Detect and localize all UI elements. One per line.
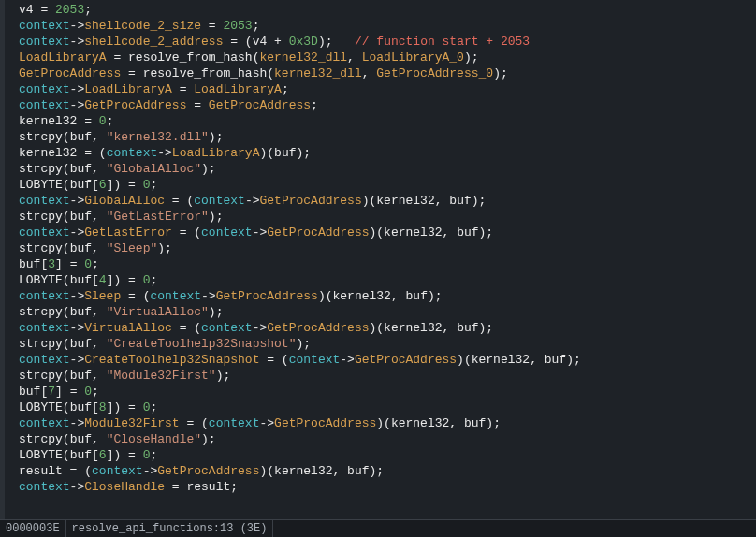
token-ident: LOBYTE: [19, 178, 63, 192]
token-punct: );: [318, 35, 355, 49]
token-global: kernel32_dll: [259, 51, 347, 65]
token-punct: =: [121, 66, 142, 80]
token-field: GetProcAddress: [274, 416, 376, 430]
token-str: "CloseHandle": [107, 432, 201, 446]
token-str: "GetLastError": [107, 210, 209, 224]
token-punct: );: [209, 130, 224, 144]
token-punct: ] =: [55, 257, 84, 271]
code-line[interactable]: strcpy(buf, "VirtualAlloc");: [9, 304, 756, 320]
token-punct: (: [63, 432, 70, 446]
code-line[interactable]: GetProcAddress = resolve_from_hash(kerne…: [9, 65, 756, 81]
token-field: GlobalAlloc: [84, 194, 165, 208]
code-line[interactable]: context->shellcode_2_address = (v4 + 0x3…: [9, 34, 756, 50]
token-punct: (: [267, 66, 274, 80]
token-punct: (: [63, 369, 70, 383]
token-punct: )(: [370, 225, 385, 239]
token-type: context: [194, 194, 245, 208]
token-ident: buf: [70, 400, 92, 414]
token-ident: kernel32: [384, 321, 442, 335]
token-type: context: [209, 416, 260, 430]
token-punct: ;: [150, 178, 157, 192]
token-ident: buf: [70, 162, 92, 176]
token-field: GetProcAddress: [355, 353, 457, 367]
token-punct: =: [165, 480, 186, 494]
token-punct: (: [63, 241, 70, 255]
token-num: 0: [84, 385, 92, 399]
token-punct: ,: [443, 321, 458, 335]
token-punct: = (: [121, 289, 150, 303]
token-ident: buf: [19, 257, 40, 271]
code-line[interactable]: LoadLibraryA = resolve_from_hash(kernel3…: [9, 50, 756, 65]
code-line[interactable]: v4 = 2053;: [9, 2, 756, 18]
code-line[interactable]: LOBYTE(buf[8]) = 0;: [9, 399, 756, 415]
code-line[interactable]: context->Module32First = (context->GetPr…: [9, 415, 756, 431]
code-line[interactable]: kernel32 = (context->LoadLibraryA)(buf);: [9, 145, 756, 161]
code-line[interactable]: context->LoadLibraryA = LoadLibraryA;: [9, 81, 756, 97]
code-line[interactable]: context->GetLastError = (context->GetPro…: [9, 225, 756, 240]
token-ident: kernel32: [384, 225, 442, 239]
code-editor[interactable]: v4 = 2053;context->shellcode_2_size = 20…: [0, 0, 756, 537]
token-ident: kernel32: [333, 289, 391, 303]
code-line[interactable]: strcpy(buf, "kernel32.dll");: [9, 129, 756, 145]
token-ident: LOBYTE: [19, 273, 63, 287]
token-punct: );: [216, 369, 231, 383]
token-punct: =: [186, 98, 208, 112]
code-line[interactable]: LOBYTE(buf[4]) = 0;: [9, 272, 756, 288]
token-num: 6: [99, 178, 107, 192]
token-ident: kernel32: [274, 464, 332, 478]
code-line[interactable]: kernel32 = 0;: [9, 113, 756, 129]
code-line[interactable]: buf[7] = 0;: [9, 384, 756, 399]
code-line[interactable]: result = (context->GetProcAddress)(kerne…: [9, 463, 756, 479]
token-punct: ,: [92, 369, 107, 383]
token-global: LoadLibraryA: [194, 82, 282, 96]
code-line[interactable]: strcpy(buf, "GlobalAlloc");: [9, 161, 756, 177]
token-punct: [: [92, 400, 99, 414]
code-area[interactable]: v4 = 2053;context->shellcode_2_size = 20…: [0, 0, 756, 521]
code-line[interactable]: context->VirtualAlloc = (context->GetPro…: [9, 320, 756, 336]
token-punct: )(: [376, 416, 391, 430]
code-line[interactable]: LOBYTE(buf[6]) = 0;: [9, 447, 756, 463]
token-num: 0x3D: [289, 35, 318, 49]
token-punct: );: [370, 464, 385, 478]
code-line[interactable]: context->CreateToolhelp32Snapshot = (con…: [9, 352, 756, 368]
code-line[interactable]: strcpy(buf, "GetLastError");: [9, 209, 756, 225]
token-punct: ;: [92, 385, 99, 399]
token-str: "GlobalAlloc": [107, 162, 201, 176]
token-punct: = (: [77, 146, 106, 160]
token-global: GetProcAddress_0: [376, 66, 493, 80]
token-punct: )(: [370, 321, 385, 335]
token-punct: ->: [245, 194, 260, 208]
token-punct: );: [201, 432, 216, 446]
token-ident: buf: [70, 432, 92, 446]
token-punct: = (: [259, 353, 288, 367]
code-line[interactable]: strcpy(buf, "Sleep");: [9, 240, 756, 256]
token-num: 8: [99, 400, 107, 414]
token-field: GetProcAddress: [267, 321, 369, 335]
code-line[interactable]: strcpy(buf, "Module32First");: [9, 368, 756, 384]
code-line[interactable]: strcpy(buf, "CloseHandle");: [9, 431, 756, 447]
code-line[interactable]: strcpy(buf, "CreateToolhelp32Snapshot");: [9, 336, 756, 352]
token-punct: ;: [253, 19, 260, 33]
code-line[interactable]: context->GetProcAddress = GetProcAddress…: [9, 97, 756, 113]
code-line[interactable]: LOBYTE(buf[6]) = 0;: [9, 177, 756, 193]
token-punct: =: [172, 82, 194, 96]
token-field: GetProcAddress: [157, 464, 259, 478]
code-line[interactable]: context->CloseHandle = result;: [9, 479, 756, 495]
code-line[interactable]: context->Sleep = (context->GetProcAddres…: [9, 288, 756, 304]
code-line[interactable]: context->GlobalAlloc = (context->GetProc…: [9, 193, 756, 209]
code-line[interactable]: buf[3] = 0;: [9, 256, 756, 272]
token-ident: buf: [545, 353, 566, 367]
token-punct: ->: [70, 480, 85, 494]
token-punct: =: [201, 19, 223, 33]
token-num: 0: [84, 257, 92, 271]
token-type: context: [19, 19, 70, 33]
token-punct: ,: [92, 162, 107, 176]
token-punct: );: [297, 146, 312, 160]
token-ident: LOBYTE: [19, 400, 63, 414]
token-punct: ->: [70, 82, 85, 96]
token-punct: = (: [180, 416, 209, 430]
token-punct: ->: [70, 416, 85, 430]
token-punct: ]) =: [107, 448, 143, 462]
code-line[interactable]: context->shellcode_2_size = 2053;: [9, 18, 756, 34]
token-punct: (: [63, 400, 70, 414]
